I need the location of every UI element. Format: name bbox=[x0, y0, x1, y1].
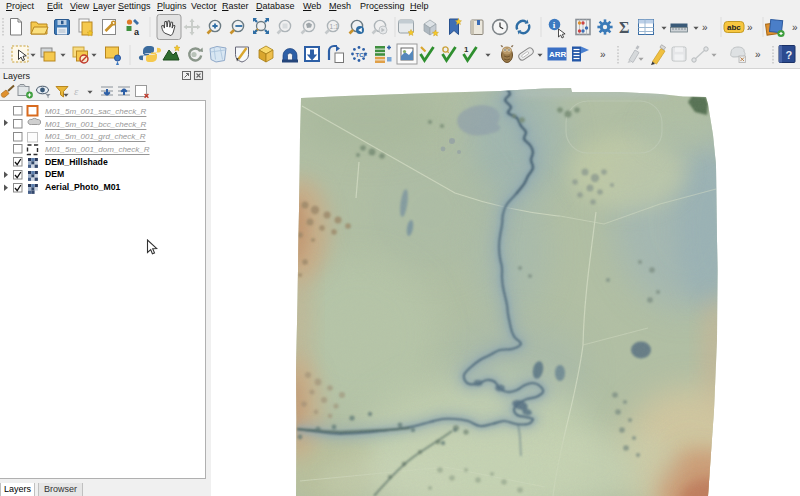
svg-text:»: » bbox=[755, 49, 761, 60]
svg-text:ARR: ARR bbox=[549, 50, 567, 59]
svg-text:»: » bbox=[792, 22, 798, 33]
svg-text:ε: ε bbox=[74, 85, 79, 97]
svg-text:?: ? bbox=[786, 49, 793, 61]
svg-text:abc: abc bbox=[727, 23, 741, 32]
svg-text:1:1: 1:1 bbox=[330, 23, 339, 30]
svg-text:Σ: Σ bbox=[619, 19, 629, 36]
svg-text:»: » bbox=[600, 49, 606, 60]
svg-text:TCF: TCF bbox=[356, 52, 368, 58]
svg-text:»: » bbox=[747, 22, 753, 33]
svg-text:1: 1 bbox=[464, 45, 469, 54]
svg-text:»: » bbox=[702, 22, 708, 33]
svg-text:a: a bbox=[134, 27, 140, 37]
